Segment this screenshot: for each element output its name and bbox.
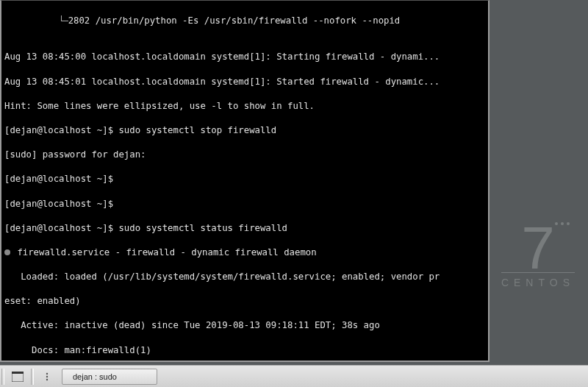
terminal-line: 2802 /usr/bin/python -Es /usr/sbin/firew…: [4, 15, 485, 27]
logo-number: 7: [501, 221, 575, 275]
terminal-line: Docs: man:firewalld(1): [4, 344, 485, 357]
terminal-line: Active: inactive (dead) since Tue 2019-0…: [4, 319, 485, 332]
svg-point-2: [46, 372, 48, 374]
status-dot-icon: [4, 249, 10, 255]
taskbar-window-label: dejan : sudo: [73, 372, 117, 381]
terminal-line: Hint: Some lines were ellipsized, use -l…: [4, 100, 485, 113]
terminal-line: eset: enabled): [4, 295, 485, 308]
terminal-window[interactable]: 2802 /usr/bin/python -Es /usr/sbin/firew…: [0, 0, 490, 362]
svg-point-3: [46, 375, 48, 377]
terminal-line: Loaded: loaded (/usr/lib/systemd/system/…: [4, 271, 485, 283]
taskbar-separator: [31, 369, 34, 385]
svg-point-4: [46, 378, 48, 380]
taskbar-separator: [1, 369, 4, 385]
terminal-line: firewalld.service - firewalld - dynamic …: [4, 246, 485, 259]
centos-logo: 7 CENTOS: [501, 221, 575, 288]
svg-rect-0: [12, 373, 24, 382]
terminal-line: [dejan@localhost ~]$ sudo systemctl stop…: [4, 124, 485, 137]
terminal-line: [dejan@localhost ~]$: [4, 173, 485, 185]
taskbar[interactable]: dejan : sudo: [0, 365, 588, 387]
terminal-line: Aug 13 08:45:00 localhost.localdomain sy…: [4, 51, 485, 63]
menu-icon[interactable]: [38, 369, 56, 385]
show-desktop-icon[interactable]: [9, 369, 26, 385]
terminal-line: [dejan@localhost ~]$: [4, 198, 485, 210]
terminal-line: Aug 13 08:45:01 localhost.localdomain sy…: [4, 76, 485, 88]
svg-rect-1: [12, 372, 24, 374]
taskbar-window-button[interactable]: dejan : sudo: [62, 369, 157, 385]
terminal-line: [sudo] password for dejan:: [4, 149, 485, 161]
terminal-line: [dejan@localhost ~]$ sudo systemctl stat…: [4, 222, 485, 235]
